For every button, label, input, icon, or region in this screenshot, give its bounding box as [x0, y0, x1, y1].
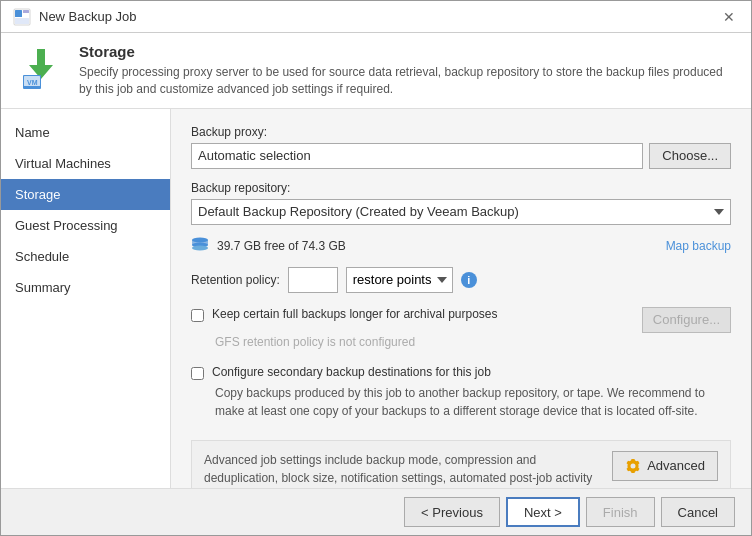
- gfs-note: GFS retention policy is not configured: [215, 335, 731, 349]
- backup-proxy-group: Backup proxy: Choose...: [191, 125, 731, 169]
- main-window: New Backup Job ✕ VM Storage Specify proc…: [0, 0, 752, 536]
- backup-repository-group: Backup repository: Default Backup Reposi…: [191, 181, 731, 225]
- advanced-text: Advanced job settings include backup mod…: [204, 451, 600, 488]
- map-backup-link[interactable]: Map backup: [666, 239, 731, 253]
- title-bar-left: New Backup Job: [13, 8, 137, 26]
- header-text: Storage Specify processing proxy server …: [79, 43, 735, 98]
- backup-proxy-input[interactable]: [191, 143, 643, 169]
- sidebar-item-summary[interactable]: Summary: [1, 272, 170, 303]
- storage-header-icon: VM: [17, 43, 65, 91]
- choose-proxy-button[interactable]: Choose...: [649, 143, 731, 169]
- retention-info-icon[interactable]: i: [461, 272, 477, 288]
- svg-point-11: [192, 245, 208, 250]
- storage-free-text: 39.7 GB free of 74.3 GB: [217, 239, 346, 253]
- retention-label: Retention policy:: [191, 273, 280, 287]
- archival-label[interactable]: Keep certain full backups longer for arc…: [212, 307, 498, 321]
- retention-spinner: ▲ ▼: [288, 267, 338, 293]
- previous-button[interactable]: < Previous: [404, 497, 500, 527]
- retention-unit-select[interactable]: restore points days weeks months: [346, 267, 453, 293]
- header-description: Specify processing proxy server to be us…: [79, 64, 735, 98]
- title-bar: New Backup Job ✕: [1, 1, 751, 33]
- advanced-section: Advanced job settings include backup mod…: [191, 440, 731, 488]
- archival-checkbox[interactable]: [191, 309, 204, 322]
- header-title: Storage: [79, 43, 735, 60]
- sidebar: Name Virtual Machines Storage Guest Proc…: [1, 109, 171, 488]
- footer: < Previous Next > Finish Cancel: [1, 488, 751, 535]
- sidebar-item-schedule[interactable]: Schedule: [1, 241, 170, 272]
- window-icon: [13, 8, 31, 26]
- backup-repository-label: Backup repository:: [191, 181, 731, 195]
- storage-info: 39.7 GB free of 74.3 GB Map backup: [191, 237, 731, 255]
- header-icon-wrap: VM: [17, 43, 65, 94]
- secondary-backup-checkbox-row: Configure secondary backup destinations …: [191, 365, 731, 380]
- next-button[interactable]: Next >: [506, 497, 580, 527]
- secondary-backup-checkbox[interactable]: [191, 367, 204, 380]
- archival-checkbox-row: Keep certain full backups longer for arc…: [191, 307, 731, 333]
- svg-text:VM: VM: [27, 79, 38, 86]
- svg-marker-4: [29, 49, 53, 79]
- backup-proxy-row: Choose...: [191, 143, 731, 169]
- svg-rect-2: [23, 10, 29, 13]
- sidebar-item-storage[interactable]: Storage: [1, 179, 170, 210]
- svg-rect-1: [15, 10, 22, 17]
- cancel-button[interactable]: Cancel: [661, 497, 735, 527]
- secondary-backup-description: Copy backups produced by this job to ano…: [215, 384, 731, 420]
- sidebar-item-guest-processing[interactable]: Guest Processing: [1, 210, 170, 241]
- secondary-backup-label[interactable]: Configure secondary backup destinations …: [212, 365, 491, 379]
- backup-repository-select[interactable]: Default Backup Repository (Created by Ve…: [191, 199, 731, 225]
- sidebar-item-virtual-machines[interactable]: Virtual Machines: [1, 148, 170, 179]
- svg-rect-3: [15, 18, 29, 24]
- configure-button: Configure...: [642, 307, 731, 333]
- advanced-label: Advanced: [647, 458, 705, 473]
- content-area: Backup proxy: Choose... Backup repositor…: [171, 109, 751, 488]
- backup-repository-row: Default Backup Repository (Created by Ve…: [191, 199, 731, 225]
- header-section: VM Storage Specify processing proxy serv…: [1, 33, 751, 109]
- retention-value-input[interactable]: [289, 268, 338, 292]
- close-button[interactable]: ✕: [719, 7, 739, 27]
- finish-button[interactable]: Finish: [586, 497, 655, 527]
- storage-db-icon: [191, 237, 209, 255]
- backup-proxy-label: Backup proxy:: [191, 125, 731, 139]
- gear-icon: [625, 458, 641, 474]
- sidebar-item-name[interactable]: Name: [1, 117, 170, 148]
- advanced-button[interactable]: Advanced: [612, 451, 718, 481]
- retention-policy-row: Retention policy: ▲ ▼ restore points day…: [191, 267, 731, 293]
- window-title: New Backup Job: [39, 9, 137, 24]
- main-content: Name Virtual Machines Storage Guest Proc…: [1, 109, 751, 488]
